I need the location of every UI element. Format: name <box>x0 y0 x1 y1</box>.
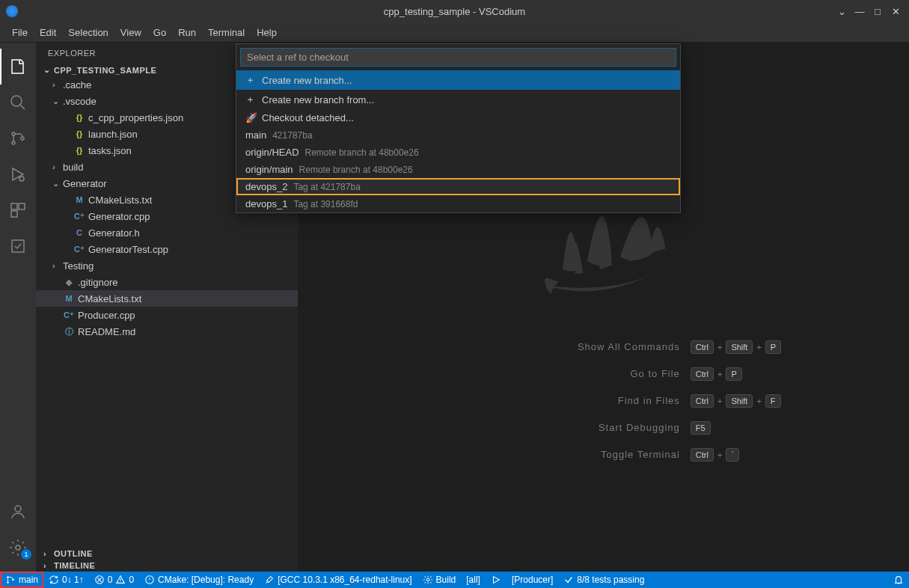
quick-pick: ＋Create new branch...＋Create new branch … <box>236 43 681 213</box>
chevron-icon: › <box>52 80 60 89</box>
activity-bar: 1 <box>0 43 36 572</box>
key: ` <box>726 448 739 462</box>
qp-label: Create new branch from... <box>262 94 374 105</box>
sync-indicator[interactable]: 0↓ 1↑ <box>43 572 89 588</box>
folder-item[interactable]: ›Testing <box>36 257 298 274</box>
file-item[interactable]: CGenerator.h <box>36 224 298 241</box>
maximize-icon[interactable]: □ <box>870 4 885 19</box>
file-item[interactable]: ⓘREADME.md <box>36 323 298 340</box>
close-icon[interactable]: ✕ <box>888 4 903 19</box>
window-controls: ⌄ ― □ ✕ <box>834 4 903 19</box>
key: Ctrl <box>691 448 714 462</box>
search-icon[interactable] <box>0 85 36 120</box>
key: Shift <box>726 394 753 408</box>
kbd-group: Ctrl+P <box>691 367 742 381</box>
svg-point-16 <box>426 578 429 581</box>
build-button[interactable]: Build <box>417 572 462 588</box>
window-title: cpp_testing_sample - VSCodium <box>384 6 525 17</box>
quick-pick-item[interactable]: main421787ba <box>236 126 680 144</box>
producer-target[interactable]: [Producer] <box>506 572 558 588</box>
m-file-icon: M <box>63 293 75 304</box>
menu-view[interactable]: View <box>114 24 147 41</box>
tests-label: 8/8 tests passing <box>577 575 644 585</box>
menu-go[interactable]: Go <box>147 24 172 41</box>
file-item[interactable]: C⁺Producer.cpp <box>36 307 298 323</box>
key: Shift <box>726 340 753 354</box>
kbd-group: Ctrl+` <box>691 448 739 462</box>
qp-label: Create new branch... <box>262 75 352 86</box>
branch-indicator[interactable]: main <box>0 572 43 588</box>
plus-icon: ＋ <box>245 93 256 106</box>
file-item[interactable]: C⁺GeneratorTest.cpp <box>36 241 298 257</box>
explorer-icon[interactable] <box>0 49 36 85</box>
shortcut-row: Toggle TerminalCtrl+` <box>426 448 781 462</box>
account-icon[interactable] <box>0 494 36 530</box>
shortcut-row: Start DebuggingF5 <box>426 421 781 435</box>
cpp-file-icon: C⁺ <box>73 210 85 222</box>
quick-pick-item[interactable]: origin/HEADRemote branch at 48b00e26 <box>236 144 680 161</box>
status-bar: main 0↓ 1↑ 0 0 CMake: [Debug]: Ready [GC… <box>0 572 909 588</box>
build-label: Build <box>436 575 456 585</box>
quick-pick-item[interactable]: devops_1Tag at 391668fd <box>236 195 680 212</box>
menu-run[interactable]: Run <box>172 24 202 41</box>
compiler-kit[interactable]: [GCC 10.3.1 x86_64-redhat-linux] <box>259 572 417 588</box>
problems-indicator[interactable]: 0 0 <box>89 572 139 588</box>
tests-status[interactable]: 8/8 tests passing <box>558 572 649 588</box>
quick-pick-item[interactable]: ＋Create new branch... <box>236 70 680 90</box>
compiler-label: [GCC 10.3.1 x86_64-redhat-linux] <box>278 575 411 585</box>
quick-pick-item[interactable]: ＋Create new branch from... <box>236 90 680 109</box>
item-label: Producer.cpp <box>78 310 135 321</box>
notifications-icon[interactable] <box>888 572 909 588</box>
svg-rect-5 <box>11 203 17 209</box>
run-target[interactable] <box>486 572 506 588</box>
item-label: Generator.cpp <box>88 211 150 222</box>
json-file-icon: {} <box>73 111 85 123</box>
shortcut-label: Start Debugging <box>426 422 680 433</box>
qp-label: origin/HEAD <box>245 147 299 158</box>
outline-section[interactable]: ›OUTLINE <box>36 548 298 560</box>
menu-terminal[interactable]: Terminal <box>202 24 251 41</box>
cpp-file-icon: C⁺ <box>73 243 85 255</box>
h-file-icon: C <box>73 227 85 239</box>
key: F <box>765 394 781 408</box>
outline-label: OUTLINE <box>54 549 93 558</box>
qp-detail: Tag at 421787ba <box>293 182 360 192</box>
file-item[interactable]: MCMakeLists.txt <box>36 290 298 307</box>
key: F5 <box>691 421 711 435</box>
minimize-aux-icon[interactable]: ⌄ <box>834 4 849 19</box>
qp-label: origin/main <box>245 164 293 175</box>
quick-pick-item[interactable]: devops_2Tag at 421787ba <box>236 178 680 195</box>
item-label: Testing <box>63 260 94 272</box>
quick-pick-item[interactable]: origin/mainRemote branch at 48b00e26 <box>236 161 680 178</box>
timeline-section[interactable]: ›TIMELINE <box>36 560 298 572</box>
error-count: 0 <box>108 575 113 585</box>
shortcut-label: Toggle Terminal <box>426 449 680 460</box>
menubar: FileEditSelectionViewGoRunTerminalHelp <box>0 22 909 43</box>
svg-point-12 <box>7 581 9 584</box>
shortcut-row: Go to FileCtrl+P <box>426 367 781 381</box>
build-target[interactable]: [all] <box>461 572 486 588</box>
testing-icon[interactable] <box>0 228 36 264</box>
menu-selection[interactable]: Selection <box>62 24 114 41</box>
item-label: CMakeLists.txt <box>78 293 141 304</box>
menu-help[interactable]: Help <box>251 24 283 41</box>
file-item[interactable]: ◆.gitignore <box>36 274 298 290</box>
quick-pick-input[interactable] <box>240 48 676 67</box>
settings-gear-icon[interactable]: 1 <box>0 530 36 566</box>
cmake-label: CMake: [Debug]: Ready <box>158 575 254 585</box>
producer-label: [Producer] <box>512 575 553 585</box>
extensions-icon[interactable] <box>0 192 36 228</box>
qp-label: devops_1 <box>245 198 287 209</box>
menu-file[interactable]: File <box>6 24 34 41</box>
quick-pick-item[interactable]: 🚀Checkout detached... <box>236 109 680 126</box>
cmake-status[interactable]: CMake: [Debug]: Ready <box>139 572 259 588</box>
item-label: c_cpp_properties.json <box>88 112 183 123</box>
menu-edit[interactable]: Edit <box>34 24 62 41</box>
source-control-icon[interactable] <box>0 120 36 156</box>
run-debug-icon[interactable] <box>0 156 36 192</box>
json-file-icon: {} <box>73 144 85 156</box>
qp-detail: 421787ba <box>272 130 312 141</box>
item-label: build <box>63 162 83 173</box>
minimize-icon[interactable]: ― <box>852 4 867 19</box>
settings-badge: 1 <box>21 549 31 560</box>
